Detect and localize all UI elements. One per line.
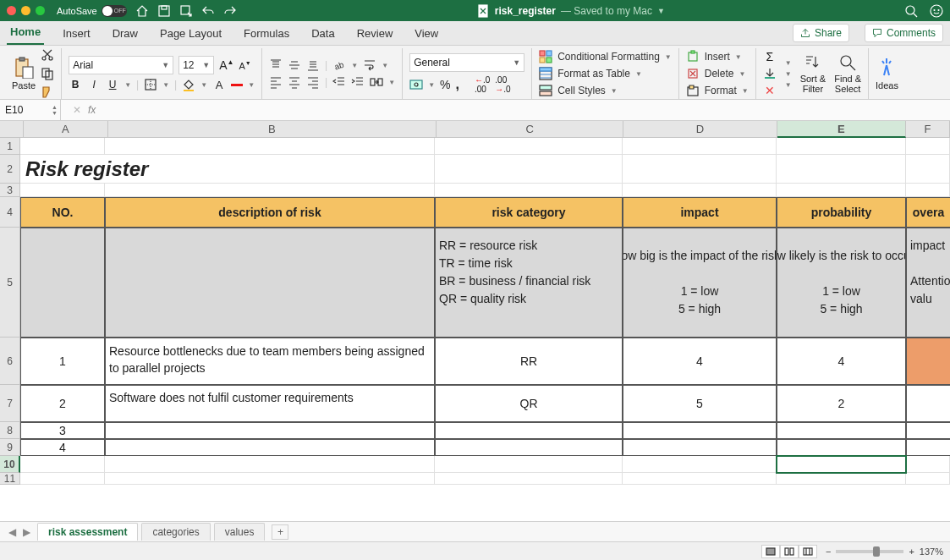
save-as-icon[interactable] [179,4,193,18]
autosave-switch[interactable]: OFF [102,5,127,17]
hdr-impact[interactable]: impact [623,197,777,228]
cell-no-3[interactable]: 3 [20,422,105,439]
cells-area[interactable]: Risk register NO. description of risk ri… [20,138,950,521]
align-top-icon[interactable] [269,58,283,72]
legend-a[interactable] [20,228,105,338]
cell-prob-3[interactable] [777,422,906,439]
tab-view[interactable]: View [411,24,442,45]
cell-desc-4[interactable] [105,439,435,456]
add-sheet-button[interactable]: + [272,524,288,540]
orientation-icon[interactable]: ab [332,58,346,72]
cell-desc-1[interactable]: Resource bottlenecks due to team members… [105,338,435,385]
format-painter-icon[interactable] [41,85,54,99]
cancel-icon[interactable]: ✕ [73,104,81,116]
minimize-window-button[interactable] [21,6,30,15]
row-header-9[interactable]: 9 [0,439,20,456]
cell-prob-2[interactable]: 2 [777,385,906,422]
page-layout-view-button[interactable] [780,545,799,558]
wrap-text-icon[interactable] [363,58,376,72]
fill-color-icon[interactable] [182,78,195,91]
align-middle-icon[interactable] [288,58,301,72]
row-header-2[interactable]: 2 [0,155,20,184]
cell-no-2[interactable]: 2 [20,385,105,422]
redo-icon[interactable] [223,4,237,18]
row-header-11[interactable]: 11 [0,473,20,485]
cell-prob-1[interactable]: 4 [777,338,906,385]
underline-button[interactable]: U [106,79,119,91]
name-box[interactable]: E10 ▲▼ [0,100,61,120]
search-icon[interactable] [904,4,918,18]
sheet-tab-values[interactable]: values [214,523,266,541]
align-bottom-icon[interactable] [306,58,320,72]
cell-cat-1[interactable]: RR [435,338,623,385]
tab-home[interactable]: Home [7,22,44,45]
copy-icon[interactable] [41,67,54,80]
comments-button[interactable]: Comments [865,24,943,42]
conditional-formatting-button[interactable]: Conditional Formatting▼ [539,50,672,63]
legend-b[interactable] [105,228,435,338]
zoom-slider[interactable] [836,550,903,553]
col-header-d[interactable]: D [623,121,777,138]
cut-icon[interactable] [41,48,54,62]
row-header-7[interactable]: 7 [0,385,20,422]
tab-formulas[interactable]: Formulas [240,24,293,45]
row-header-4[interactable]: 4 [0,197,20,228]
delete-cells-button[interactable]: Delete▼ [686,67,749,80]
zoom-value[interactable]: 137% [920,546,943,557]
increase-indent-icon[interactable] [351,75,365,89]
find-select-button[interactable]: Find & Select [834,53,861,94]
clear-icon[interactable]: ✕ [763,84,777,97]
hdr-desc[interactable]: description of risk [105,197,435,228]
hdr-no[interactable]: NO. [20,197,105,228]
format-as-table-button[interactable]: Format as Table▼ [539,67,672,80]
cell-cat-3[interactable] [435,422,623,439]
row-header-10[interactable]: 10 [0,456,20,473]
sheet-nav-next[interactable]: ▶ [19,526,34,538]
row-header-1[interactable]: 1 [0,138,20,155]
shrink-font-icon[interactable]: A▼ [239,60,250,71]
legend-overall[interactable]: impact Attentio valu [906,228,950,338]
col-header-a[interactable]: A [24,121,108,138]
percent-icon[interactable]: % [440,78,450,91]
zoom-out-button[interactable]: − [826,546,831,557]
increase-decimal-icon[interactable]: ←.0.00 [475,75,490,94]
share-button[interactable]: Share [793,24,849,42]
maximize-window-button[interactable] [36,6,45,15]
format-cells-button[interactable]: Format▼ [686,84,749,97]
row-header-3[interactable]: 3 [0,184,20,197]
legend-impact[interactable]: How big is the impact of the risk? 1 = l… [623,228,777,338]
col-header-e[interactable]: E [777,121,906,138]
fx-icon[interactable]: fx [81,104,102,116]
select-all-corner[interactable] [0,121,24,138]
normal-view-button[interactable] [761,545,780,558]
home-icon[interactable] [135,4,149,18]
ideas-button[interactable]: Ideas [876,57,898,91]
fill-icon[interactable] [763,67,777,80]
hdr-prob[interactable]: probability [777,197,906,228]
decrease-indent-icon[interactable] [332,75,346,89]
cell-impact-1[interactable]: 4 [623,338,777,385]
cell-no-4[interactable]: 4 [20,439,105,456]
align-left-icon[interactable] [269,75,283,89]
align-right-icon[interactable] [306,75,320,89]
font-size-select[interactable]: 12▼ [178,56,214,74]
hdr-overall[interactable]: overa [906,197,950,228]
tab-draw[interactable]: Draw [109,24,141,45]
bold-button[interactable]: B [69,79,82,91]
tab-review[interactable]: Review [354,24,397,45]
autosum-icon[interactable]: Σ [763,50,777,63]
merge-icon[interactable] [370,75,383,89]
col-header-c[interactable]: C [437,121,623,138]
cell-overall-2[interactable] [906,385,950,422]
cell-impact-4[interactable] [623,439,777,456]
sort-filter-button[interactable]: Sort & Filter [800,53,826,94]
decrease-decimal-icon[interactable]: .00→.0 [495,75,510,94]
borders-icon[interactable] [144,78,157,91]
row-header-8[interactable]: 8 [0,422,20,439]
cell-no-1[interactable]: 1 [20,338,105,385]
page-break-view-button[interactable] [799,545,817,558]
autosave-toggle[interactable]: AutoSave OFF [57,5,127,17]
italic-button[interactable]: I [87,79,101,91]
currency-icon[interactable] [409,78,423,91]
cell-impact-3[interactable] [623,422,777,439]
